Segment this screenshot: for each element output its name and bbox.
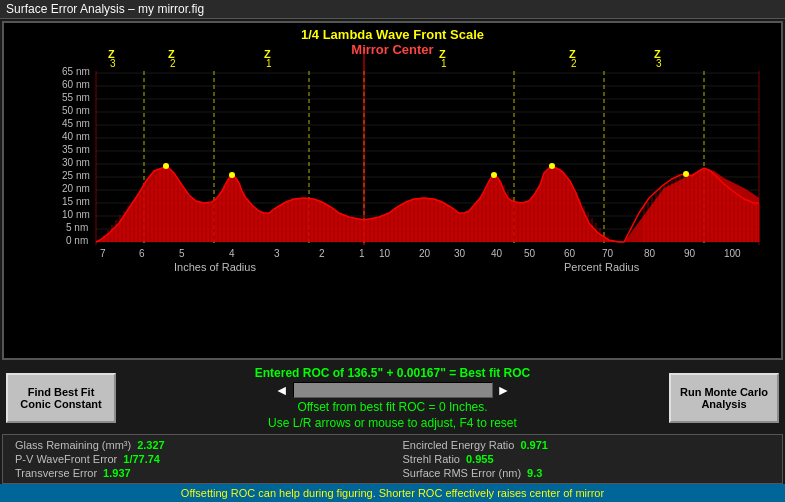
- stat-row-strehl: Strehl Ratio 0.955: [403, 453, 771, 465]
- svg-text:45 nm: 45 nm: [62, 118, 90, 129]
- svg-text:4: 4: [229, 248, 235, 259]
- stat-label-rms: Surface RMS Error (nm): [403, 467, 522, 479]
- svg-text:6: 6: [139, 248, 145, 259]
- offset-text: Offset from best fit ROC = 0 Inches.: [297, 400, 487, 414]
- svg-text:3: 3: [274, 248, 280, 259]
- svg-text:50 nm: 50 nm: [62, 105, 90, 116]
- svg-text:Percent Radius: Percent Radius: [564, 261, 640, 273]
- svg-text:60: 60: [564, 248, 576, 259]
- stats-right: Encircled Energy Ratio 0.971 Strehl Rati…: [403, 439, 771, 479]
- roc-text: Entered ROC of 136.5" + 0.00167" = Best …: [255, 366, 530, 380]
- svg-text:55 nm: 55 nm: [62, 92, 90, 103]
- svg-text:0 nm: 0 nm: [66, 235, 88, 246]
- stat-label-strehl: Strehl Ratio: [403, 453, 460, 465]
- svg-text:10 nm: 10 nm: [62, 209, 90, 220]
- roc-row: Find Best Fit Conic Constant Entered ROC…: [6, 366, 779, 430]
- slider-left-button[interactable]: ◄: [275, 382, 289, 398]
- status-text: Offsetting ROC can help during figuring.…: [181, 487, 604, 499]
- stats-area: Glass Remaining (mm³) 2.327 P-V WaveFron…: [2, 434, 783, 484]
- svg-text:20: 20: [419, 248, 431, 259]
- svg-text:90: 90: [684, 248, 696, 259]
- svg-text:20 nm: 20 nm: [62, 183, 90, 194]
- stat-value-transverse: 1.937: [103, 467, 131, 479]
- svg-point-233: [683, 171, 689, 177]
- svg-text:2: 2: [571, 58, 577, 69]
- svg-marker-69: [96, 166, 759, 242]
- svg-text:40 nm: 40 nm: [62, 131, 90, 142]
- svg-text:Inches of Radius: Inches of Radius: [174, 261, 256, 273]
- svg-text:35 nm: 35 nm: [62, 144, 90, 155]
- stat-row-transverse: Transverse Error 1.937: [15, 467, 383, 479]
- stat-row-rms: Surface RMS Error (nm) 9.3: [403, 467, 771, 479]
- svg-text:30: 30: [454, 248, 466, 259]
- svg-text:2: 2: [319, 248, 325, 259]
- stat-value-encircled: 0.971: [520, 439, 548, 451]
- svg-text:30 nm: 30 nm: [62, 157, 90, 168]
- svg-point-229: [163, 163, 169, 169]
- find-best-fit-button[interactable]: Find Best Fit Conic Constant: [6, 373, 116, 423]
- instruction-text: Use L/R arrows or mouse to adjust, F4 to…: [268, 416, 517, 430]
- stats-left: Glass Remaining (mm³) 2.327 P-V WaveFron…: [15, 439, 383, 479]
- title-bar: Surface Error Analysis – my mirror.fig: [0, 0, 785, 19]
- svg-text:80: 80: [644, 248, 656, 259]
- roc-slider[interactable]: [293, 382, 493, 398]
- stat-label-glass: Glass Remaining (mm³): [15, 439, 131, 451]
- svg-text:100: 100: [724, 248, 741, 259]
- svg-text:50: 50: [524, 248, 536, 259]
- svg-text:15 nm: 15 nm: [62, 196, 90, 207]
- chart-svg: 65 nm 60 nm 55 nm 50 nm 45 nm 40 nm 35 n…: [4, 23, 781, 358]
- svg-text:65 nm: 65 nm: [62, 66, 90, 77]
- svg-text:3: 3: [110, 58, 116, 69]
- stat-value-rms: 9.3: [527, 467, 542, 479]
- stat-label-encircled: Encircled Energy Ratio: [403, 439, 515, 451]
- left-button-area: Find Best Fit Conic Constant: [6, 373, 116, 423]
- run-monte-carlo-button[interactable]: Run Monte Carlo Analysis: [669, 373, 779, 423]
- status-bar: Offsetting ROC can help during figuring.…: [0, 484, 785, 502]
- stat-value-strehl: 0.955: [466, 453, 494, 465]
- svg-point-232: [549, 163, 555, 169]
- svg-text:25 nm: 25 nm: [62, 170, 90, 181]
- svg-text:1: 1: [266, 58, 272, 69]
- chart-container: 1/4 Lambda Wave Front Scale Mirror Cente…: [2, 21, 783, 360]
- svg-text:70: 70: [602, 248, 614, 259]
- svg-text:7: 7: [100, 248, 106, 259]
- stat-value-pv: 1/77.74: [123, 453, 160, 465]
- stat-row-pv: P-V WaveFront Error 1/77.74: [15, 453, 383, 465]
- svg-text:1: 1: [441, 58, 447, 69]
- svg-text:2: 2: [170, 58, 176, 69]
- slider-right-button[interactable]: ►: [497, 382, 511, 398]
- svg-text:40: 40: [491, 248, 503, 259]
- svg-text:60 nm: 60 nm: [62, 79, 90, 90]
- y-axis: 65 nm 60 nm 55 nm 50 nm 45 nm 40 nm 35 n…: [62, 66, 90, 246]
- stat-row-glass: Glass Remaining (mm³) 2.327: [15, 439, 383, 451]
- stat-value-glass: 2.327: [137, 439, 165, 451]
- svg-text:1: 1: [359, 248, 365, 259]
- window-title: Surface Error Analysis – my mirror.fig: [6, 2, 204, 16]
- slider-row: ◄ ►: [275, 382, 511, 398]
- svg-point-231: [491, 172, 497, 178]
- svg-text:5 nm: 5 nm: [66, 222, 88, 233]
- svg-point-230: [229, 172, 235, 178]
- center-area: Entered ROC of 136.5" + 0.00167" = Best …: [124, 366, 661, 430]
- stat-row-encircled: Encircled Energy Ratio 0.971: [403, 439, 771, 451]
- svg-text:10: 10: [379, 248, 391, 259]
- stat-label-pv: P-V WaveFront Error: [15, 453, 117, 465]
- svg-text:3: 3: [656, 58, 662, 69]
- controls-area: Find Best Fit Conic Constant Entered ROC…: [0, 362, 785, 434]
- stat-label-transverse: Transverse Error: [15, 467, 97, 479]
- svg-text:5: 5: [179, 248, 185, 259]
- right-button-area: Run Monte Carlo Analysis: [669, 373, 779, 423]
